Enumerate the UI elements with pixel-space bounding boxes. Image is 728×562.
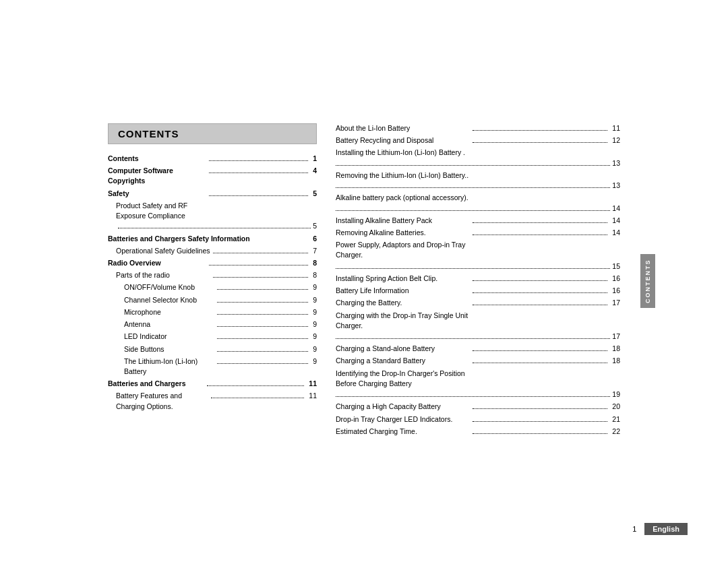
toc-page: 7	[313, 246, 317, 256]
toc-label: Product Safety and RFExposure Compliance	[116, 201, 187, 220]
dot-leader	[217, 282, 308, 290]
toc-page: 19	[612, 389, 620, 400]
toc-label: Battery Recycling and Disposal	[336, 135, 471, 146]
right-column: About the Li-Ion Battery 11 Battery Recy…	[336, 123, 620, 439]
toc-label: Parts of the radio	[108, 270, 211, 280]
toc-item-alkaline-pack: Alkaline battery pack (optional accessor…	[336, 193, 620, 213]
toc-item-power-supply: Power Supply, Adaptors and Drop-in TrayC…	[336, 240, 620, 272]
toc-item-parts: Parts of the radio 8	[108, 270, 317, 280]
toc-page: 11	[612, 123, 620, 133]
toc-label: Antenna	[108, 319, 215, 330]
toc-page: 5	[313, 189, 317, 199]
dot-leader	[209, 189, 308, 196]
toc-left: Contents 1 Computer Software Copyrights …	[108, 154, 317, 412]
toc-label: Battery Life Information	[336, 286, 471, 296]
bottom-bar: 1 English	[632, 523, 688, 535]
toc-page: 9	[313, 282, 317, 292]
dot-leader	[217, 295, 308, 303]
toc-item-spring-clip: Installing Spring Action Belt Clip. 16	[336, 274, 620, 284]
toc-label: Installing Spring Action Belt Clip.	[336, 274, 471, 284]
toc-label: Operational Safety Guidelines	[108, 246, 211, 256]
toc-page: 13	[612, 158, 620, 168]
dot-leader	[209, 258, 308, 266]
toc-item-led: LED Indicator 9	[108, 332, 317, 342]
toc-page: 11	[309, 391, 317, 411]
toc-item-product-safety: Product Safety and RFExposure Compliance…	[108, 201, 317, 232]
toc-page: 9	[313, 332, 317, 342]
toc-page: 9	[313, 295, 317, 305]
toc-label: Removing Alkaline Batteries.	[336, 228, 471, 238]
toc-label: ON/OFF/Volume Knob	[108, 282, 215, 292]
toc-item-batteries-chargers: Batteries and Chargers 11	[108, 379, 317, 389]
toc-label: Estimated Charging Time.	[336, 427, 471, 437]
dot-leader	[217, 356, 308, 364]
toc-item-about-liion: About the Li-Ion Battery 11	[336, 123, 620, 133]
toc-page: 8	[313, 270, 317, 280]
toc-page: 9	[313, 319, 317, 330]
toc-page: 9	[313, 344, 317, 354]
toc-item-battery-life: Battery Life Information 16	[336, 286, 620, 296]
toc-label: Alkaline battery pack (optional accessor…	[336, 193, 468, 201]
content-area: CONTENTS Contents 1 Computer Software Co…	[108, 123, 620, 439]
toc-label: LED Indicator	[108, 332, 215, 342]
toc-page: 14	[612, 216, 620, 226]
toc-label: Power Supply, Adaptors and Drop-in TrayC…	[336, 241, 465, 259]
toc-item-led-indicators: Drop-in Tray Charger LED Indicators. 21	[336, 414, 620, 425]
toc-item-operational: Operational Safety Guidelines 7	[108, 246, 317, 256]
dot-leader	[217, 307, 308, 315]
toc-page: 16	[612, 286, 620, 296]
side-tab-contents: CONTENTS	[640, 254, 655, 308]
toc-page: 22	[612, 427, 620, 437]
toc-item-onoff: ON/OFF/Volume Knob 9	[108, 282, 317, 292]
dot-leader	[473, 216, 607, 223]
toc-label: Charging a Stand-alone Battery	[336, 344, 471, 354]
toc-item-installing-liion: Installing the Lithium-Ion (Li-Ion) Batt…	[336, 148, 620, 168]
dot-leader	[473, 228, 607, 235]
toc-label: Microphone	[108, 307, 215, 317]
left-column: CONTENTS Contents 1 Computer Software Co…	[108, 123, 317, 439]
toc-page: 9	[313, 356, 317, 377]
dot-leader	[473, 135, 607, 143]
toc-page: 1	[313, 154, 317, 164]
toc-label: Computer Software Copyrights	[108, 166, 207, 186]
toc-page: 17	[612, 332, 620, 342]
toc-item-contents: Contents 1	[108, 154, 317, 164]
toc-item-antenna: Antenna 9	[108, 319, 317, 330]
dot-leader	[217, 319, 308, 327]
toc-label: Charging with the Drop-in Tray Single Un…	[336, 311, 468, 330]
toc-label: Installing the Lithium-Ion (Li-Ion) Batt…	[336, 148, 465, 156]
toc-page: 15	[612, 261, 620, 272]
page-number: 1	[632, 525, 636, 533]
toc-page: 6	[313, 234, 317, 244]
toc-label: Batteries and Chargers	[108, 379, 205, 389]
toc-page: 14	[612, 228, 620, 238]
toc-page: 18	[612, 356, 620, 366]
toc-item-safety: Safety 5	[108, 189, 317, 199]
toc-page: 12	[612, 135, 620, 146]
dot-leader	[217, 344, 308, 352]
toc-page: 18	[612, 344, 620, 354]
dot-leader	[473, 356, 607, 363]
toc-label: Charging a Standard Battery	[336, 356, 471, 366]
contents-title: CONTENTS	[108, 123, 317, 144]
toc-item-side-buttons: Side Buttons 9	[108, 344, 317, 354]
toc-page: 14	[612, 204, 620, 214]
toc-label: Removing the Lithium-Ion (Li-Ion) Batter…	[336, 171, 468, 179]
toc-label: Contents	[108, 154, 207, 164]
toc-label: Identifying the Drop-In Charger's Positi…	[336, 369, 465, 387]
toc-label: Charging the Battery.	[336, 298, 471, 308]
toc-label: Charging a High Capacity Battery	[336, 402, 471, 412]
toc-item-channel: Channel Selector Knob 9	[108, 295, 317, 305]
toc-label: The Lithium-Ion (Li-Ion) Battery	[108, 356, 215, 377]
toc-item-standard-battery: Charging a Standard Battery 18	[336, 356, 620, 366]
toc-item-battery-features: Battery Features and Charging Options. 1…	[108, 391, 317, 411]
dot-leader	[473, 427, 607, 434]
toc-item-charging-battery: Charging the Battery. 17	[336, 298, 620, 308]
toc-label: Drop-in Tray Charger LED Indicators.	[336, 414, 471, 425]
toc-item-high-capacity: Charging a High Capacity Battery 20	[336, 402, 620, 412]
toc-label: About the Li-Ion Battery	[336, 123, 471, 133]
toc-label: Safety	[108, 189, 207, 199]
toc-page: 4	[313, 166, 317, 186]
toc-item-radio-overview: Radio Overview 8	[108, 258, 317, 268]
toc-page: 5	[313, 221, 317, 231]
